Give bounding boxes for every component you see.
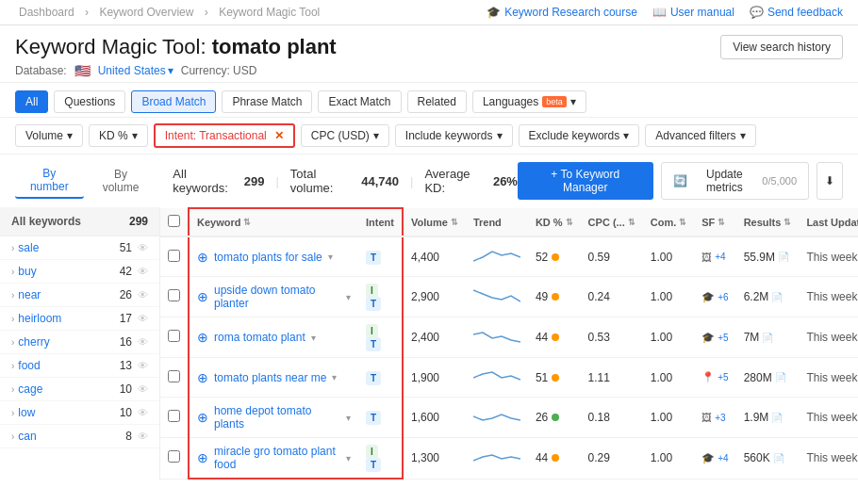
keyword-manager-button[interactable]: + To Keyword Manager (518, 162, 653, 200)
row-checkbox[interactable] (168, 250, 180, 262)
intent-cell: T (358, 398, 403, 438)
results-cell: 55.9M 📄 (736, 236, 800, 277)
intent-badge-t: T (366, 411, 381, 425)
sf-image-icon: 🖼 (701, 252, 712, 263)
volume-filter[interactable]: Volume ▾ (15, 124, 83, 147)
cpc-dropdown-icon: ▾ (373, 129, 379, 142)
select-all-header (160, 208, 189, 236)
sidebar-item-food[interactable]: › food 13 👁 (0, 354, 159, 378)
eye-icon[interactable]: 👁 (138, 289, 148, 301)
results-col-header[interactable]: Results ⇅ (736, 208, 800, 236)
intent-close-icon[interactable]: ✕ (274, 129, 284, 142)
volume-cell: 2,900 (403, 277, 466, 317)
by-number-tab[interactable]: By number (15, 163, 84, 199)
row-checkbox[interactable] (168, 289, 180, 301)
keyword-link[interactable]: tomato plants near me (214, 371, 326, 384)
add-keyword-icon[interactable]: ⊕ (197, 410, 208, 425)
results-cell: 7M 📄 (736, 317, 800, 358)
select-all-checkbox[interactable] (168, 215, 180, 227)
keyword-link[interactable]: home depot tomato plants (214, 404, 340, 431)
trend-chart (473, 285, 520, 307)
add-keyword-icon[interactable]: ⊕ (197, 370, 208, 385)
by-volume-tab[interactable]: By volume (88, 163, 155, 199)
keyword-link[interactable]: miracle gro tomato plant food (214, 445, 340, 471)
sidebar-item-near[interactable]: › near 26 👁 (0, 284, 159, 307)
exclude-keywords-filter[interactable]: Exclude keywords ▾ (519, 124, 640, 147)
sidebar-item-cage[interactable]: › cage 10 👁 (0, 378, 159, 401)
sf-col-header[interactable]: SF ⇅ (694, 208, 735, 236)
cpc-filter[interactable]: CPC (USD) ▾ (301, 124, 389, 147)
eye-icon[interactable]: 👁 (138, 242, 148, 253)
row-checkbox[interactable] (168, 450, 180, 463)
eye-icon[interactable]: 👁 (138, 336, 148, 348)
keyword-dropdown-icon[interactable]: ▾ (346, 453, 351, 463)
eye-icon[interactable]: 👁 (138, 431, 148, 442)
country-selector[interactable]: United States ▾ (98, 64, 173, 77)
export-button[interactable]: ⬇ (817, 162, 843, 200)
sidebar-item-cherry[interactable]: › cherry 16 👁 (0, 331, 159, 354)
tab-related[interactable]: Related (407, 90, 467, 113)
row-checkbox[interactable] (168, 370, 180, 382)
update-metrics-button[interactable]: 🔄 Update metrics 0/5,000 (661, 162, 809, 200)
avg-kd-val: 26% (493, 174, 518, 188)
kd-cell: 26 (528, 398, 581, 438)
table-header-row: Keyword ⇅ Intent Volume ⇅ Tre (160, 208, 858, 236)
tab-broad-match[interactable]: Broad Match (131, 90, 216, 113)
advanced-filters[interactable]: Advanced filters ▾ (645, 124, 755, 147)
send-feedback-link[interactable]: 💬 Send feedback (750, 6, 843, 19)
eye-icon[interactable]: 👁 (138, 383, 148, 395)
row-checkbox[interactable] (168, 330, 180, 342)
eye-icon[interactable]: 👁 (138, 407, 148, 418)
add-keyword-icon[interactable]: ⊕ (197, 289, 208, 304)
stats-actions: + To Keyword Manager 🔄 Update metrics 0/… (518, 162, 843, 200)
tab-all[interactable]: All (15, 90, 48, 113)
kd-filter[interactable]: KD % ▾ (89, 124, 148, 147)
kd-col-header[interactable]: KD % ⇅ (528, 208, 581, 236)
keyword-link[interactable]: tomato plants for sale (214, 251, 322, 264)
keyword-dropdown-icon[interactable]: ▾ (346, 413, 351, 423)
add-keyword-icon[interactable]: ⊕ (197, 450, 208, 465)
sidebar-item-sale[interactable]: › sale 51 👁 (0, 236, 159, 260)
eye-icon[interactable]: 👁 (138, 360, 148, 371)
sidebar-item-buy[interactable]: › buy 42 👁 (0, 260, 159, 284)
volume-dropdown-icon: ▾ (67, 129, 73, 142)
add-keyword-icon[interactable]: ⊕ (197, 330, 208, 345)
keyword-link[interactable]: roma tomato plant (214, 331, 305, 344)
volume-cell: 4,400 (403, 236, 466, 277)
keyword-research-link[interactable]: 🎓 Keyword Research course (487, 6, 637, 19)
row-checkbox[interactable] (168, 410, 180, 422)
keyword-dropdown-icon[interactable]: ▾ (346, 292, 351, 302)
tab-questions[interactable]: Questions (54, 90, 125, 113)
view-history-button[interactable]: View search history (720, 35, 843, 59)
trend-cell (466, 277, 528, 317)
eye-icon[interactable]: 👁 (138, 313, 148, 324)
kd-dot (552, 374, 559, 382)
com-cell: 1.00 (643, 317, 695, 358)
tab-exact-match[interactable]: Exact Match (318, 90, 401, 113)
keyword-dropdown-icon[interactable]: ▾ (328, 252, 333, 262)
keyword-dropdown-icon[interactable]: ▾ (332, 372, 337, 382)
keyword-col-header[interactable]: Keyword ⇅ (189, 208, 358, 236)
keyword-link[interactable]: upside down tomato planter (214, 284, 340, 310)
volume-col-header[interactable]: Volume ⇅ (403, 208, 466, 236)
lang-dropdown-icon: ▾ (570, 95, 576, 108)
all-keywords-count: 299 (244, 174, 265, 188)
sidebar-item-can[interactable]: › can 8 👁 (0, 425, 159, 448)
tab-phrase-match[interactable]: Phrase Match (222, 90, 312, 113)
com-cell: 1.00 (643, 277, 695, 317)
include-keywords-filter[interactable]: Include keywords ▾ (395, 124, 513, 147)
com-col-header[interactable]: Com. ⇅ (643, 208, 695, 236)
sidebar-item-heirloom[interactable]: › heirloom 17 👁 (0, 307, 159, 331)
breadcrumb-dashboard[interactable]: Dashboard (19, 6, 74, 19)
user-manual-link[interactable]: 📖 User manual (652, 6, 734, 19)
add-keyword-icon[interactable]: ⊕ (197, 250, 208, 265)
intent-filter[interactable]: Intent: Transactional ✕ (154, 123, 295, 148)
keyword-dropdown-icon[interactable]: ▾ (311, 333, 316, 343)
last-update-col-header[interactable]: Last Update ⇅ (799, 208, 858, 236)
cpc-col-header[interactable]: CPC (... ⇅ (581, 208, 643, 236)
tab-languages[interactable]: Languages beta ▾ (472, 90, 586, 113)
kd-dot (552, 333, 559, 341)
eye-icon[interactable]: 👁 (138, 266, 148, 277)
sidebar-item-low[interactable]: › low 10 👁 (0, 401, 159, 425)
breadcrumb-keyword-overview[interactable]: Keyword Overview (99, 6, 193, 19)
